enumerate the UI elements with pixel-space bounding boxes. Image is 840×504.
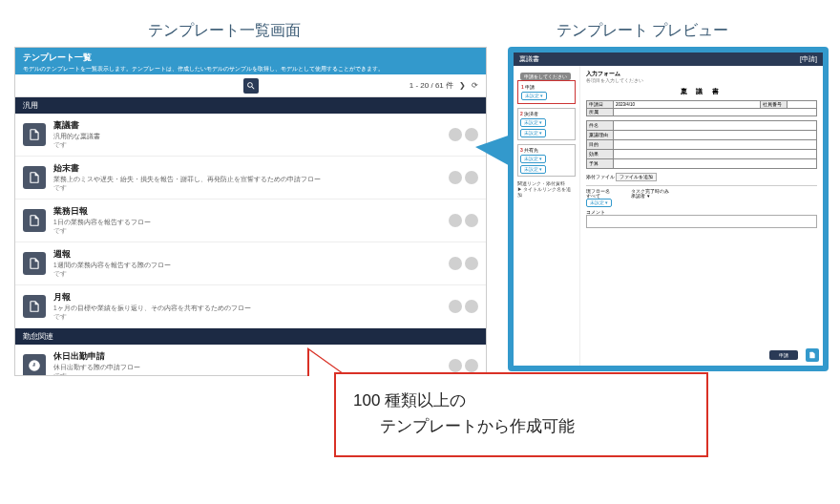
action-preview-button[interactable] (449, 171, 462, 184)
heading-template-preview: テンプレート プレビュー (556, 21, 728, 41)
step-label: 共有先 (524, 147, 538, 153)
template-list: 汎用稟議書汎用的な稟議書です始末書業務上のミスや遅失・紛失・損失を報告・謝罪し、… (15, 97, 486, 376)
document-icon (23, 252, 46, 275)
preview-titlebar: 稟議書 [申請] (514, 52, 823, 66)
action-use-button[interactable] (465, 359, 478, 372)
template-row[interactable]: 週報1週間の業務内容を報告する際のフローです (15, 242, 486, 285)
list-toolbar: 1 - 20 / 61 件 ❯ ⟳ (15, 74, 486, 97)
template-description: 業務上のミスや遅失・紛失・損失を報告・謝罪し、再発防止を宣誓するための申請フロー (53, 176, 441, 184)
cell-reason-value[interactable] (614, 131, 817, 140)
preview-panel-frame: 稟議書 [申請] 申請をしてください 1 申請未設定 ▾2 決済者未設定 ▾ 未… (508, 47, 829, 371)
document-icon (23, 166, 46, 189)
preview-doc-title: 稟 議 書 (586, 87, 817, 96)
template-description: 1週間の業務内容を報告する際のフロー (53, 262, 441, 270)
pager-range: 1 - 20 / 61 件 (410, 80, 453, 91)
reload-button[interactable]: ⟳ (472, 81, 478, 90)
template-title: 業務日報 (53, 205, 441, 218)
callout-line1: 100 種類以上の (353, 388, 689, 413)
cell-subject-label: 件名 (587, 121, 614, 131)
search-button[interactable] (243, 78, 259, 94)
step-assignee-chip[interactable]: 未設定 ▾ (521, 92, 547, 100)
cell-reason-label: 稟議理由 (587, 131, 614, 140)
template-description: 汎用的な稟議書 (53, 133, 441, 141)
clock-icon (23, 354, 46, 376)
step-number: 2 (520, 111, 523, 116)
action-use-button[interactable] (465, 171, 478, 184)
action-preview-button[interactable] (449, 300, 462, 313)
preview-form-subheading: 各項目を入力してください (586, 78, 817, 83)
step-assignee-chip[interactable]: 未設定 ▾ (520, 155, 546, 163)
template-row[interactable]: 稟議書汎用的な稟議書です (15, 114, 486, 157)
cell-budget-value[interactable] (614, 159, 817, 169)
attachment-add-button[interactable]: ファイルを追加 (616, 173, 657, 181)
pager-next[interactable]: ❯ (459, 81, 466, 90)
preview-main-column: 入力フォーム 各項目を入力してください 稟 議 書 申請日 2023/4/10 … (580, 66, 823, 366)
preview-lower-section: 現フロー名 すべて 未設定 ▾ タスク完了時のみ 承認者 ▾ コメント (586, 185, 817, 228)
heading-template-list: テンプレート一覧画面 (148, 21, 301, 41)
template-row[interactable]: 月報1ヶ月の目標や業績を振り返り、その内容を共有するためのフローです (15, 285, 486, 328)
cell-effect-value[interactable] (614, 150, 817, 159)
callout-box: 100 種類以上の テンプレートから作成可能 (334, 372, 708, 457)
action-preview-button[interactable] (449, 257, 462, 270)
cell-empno-label: 社員番号 (761, 101, 788, 109)
action-preview-button[interactable] (449, 359, 462, 372)
preview-step: 1 申請未設定 ▾ (517, 80, 576, 104)
step-number: 1 (521, 84, 524, 90)
submit-button[interactable]: 申請 (769, 350, 798, 360)
template-body: 週報1週間の業務内容を報告する際のフローです (53, 248, 441, 279)
preview-step: 2 決済者未設定 ▾ 未設定 ▾ (517, 108, 576, 140)
action-use-button[interactable] (465, 300, 478, 313)
cell-purpose-value[interactable] (614, 140, 817, 150)
preview-steps-column: 申請をしてください 1 申請未設定 ▾2 決済者未設定 ▾ 未設定 ▾3 共有先… (514, 66, 580, 366)
corner-doc-icon[interactable] (806, 348, 819, 362)
list-header-title: テンプレート一覧 (23, 52, 478, 64)
preview-step: 3 共有先未設定 ▾ 未設定 ▾ (517, 144, 576, 177)
cell-purpose-label: 目的 (587, 140, 614, 150)
cell-empno-value[interactable] (788, 101, 817, 109)
template-row[interactable]: 業務日報1日の業務内容を報告するフローです (15, 200, 486, 242)
search-icon (246, 81, 256, 91)
action-use-button[interactable] (465, 257, 478, 270)
template-sub: です (53, 313, 441, 322)
step-label: 申請 (525, 84, 535, 90)
template-sub: です (53, 184, 441, 193)
template-actions (449, 171, 478, 184)
template-actions (449, 359, 478, 372)
step-assignee-chip[interactable]: 未設定 ▾ (520, 129, 546, 137)
comment-input[interactable] (586, 215, 817, 228)
cell-subject-value[interactable] (614, 121, 817, 131)
cell-dept-label: 所属 (587, 109, 614, 116)
related-links-add[interactable]: ▶ タイトルリンク名を追加 (517, 186, 576, 198)
attachment-label: 添付ファイル (586, 175, 615, 179)
action-preview-button[interactable] (449, 214, 462, 227)
cell-effect-label: 効果 (587, 150, 614, 159)
template-body: 稟議書汎用的な稟議書です (53, 119, 441, 150)
step-assignee-chip[interactable]: 未設定 ▾ (520, 118, 546, 127)
step-number: 3 (520, 147, 523, 153)
list-header-subtitle: モデルのテンプレートを一覧表示します。テンプレートは、作成したいモデルのサンプル… (23, 65, 478, 74)
preview-title: 稟議書 (519, 54, 539, 64)
template-body: 業務日報1日の業務内容を報告するフローです (53, 205, 441, 236)
document-icon (23, 209, 46, 232)
step-label: 決済者 (524, 111, 538, 116)
template-title: 始末書 (53, 162, 441, 175)
flow-chip[interactable]: 未設定 ▾ (586, 199, 612, 207)
template-actions (449, 257, 478, 270)
template-row[interactable]: 始末書業務上のミスや遅失・紛失・損失を報告・謝罪し、再発防止を宣誓するための申請… (15, 157, 486, 200)
action-preview-button[interactable] (449, 128, 462, 141)
template-title: 休日出勤申請 (53, 350, 441, 363)
template-sub: です (53, 141, 441, 150)
callout-line2: テンプレートから作成可能 (353, 413, 689, 439)
approver-select[interactable]: 承認者 ▾ (631, 194, 649, 199)
action-use-button[interactable] (465, 214, 478, 227)
step-assignee-chip[interactable]: 未設定 ▾ (520, 165, 546, 174)
cell-apply-date-value[interactable]: 2023/4/10 (614, 101, 761, 109)
cell-dept-value[interactable] (614, 109, 817, 116)
preview-body-table: 件名 稟議理由 目的 効果 予算 (586, 120, 817, 169)
template-sub: です (53, 270, 441, 279)
template-title: 週報 (53, 248, 441, 261)
cell-budget-label: 予算 (587, 159, 614, 169)
document-icon (23, 123, 46, 146)
template-body: 始末書業務上のミスや遅失・紛失・損失を報告・謝罪し、再発防止を宣誓するための申請… (53, 162, 441, 193)
cell-apply-date-label: 申請日 (587, 101, 614, 109)
